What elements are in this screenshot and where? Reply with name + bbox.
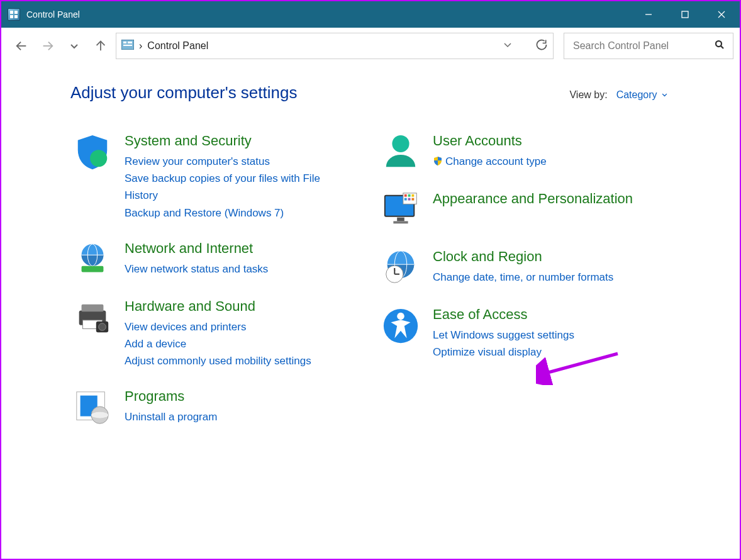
svg-rect-14: [123, 45, 132, 46]
category-link[interactable]: View network status and tasks: [125, 260, 268, 277]
category-title[interactable]: System and Security: [125, 133, 341, 149]
view-by-dropdown[interactable]: Category: [616, 89, 668, 101]
category-title[interactable]: Ease of Access: [433, 306, 574, 323]
category-link[interactable]: Backup and Restore (Windows 7): [125, 204, 341, 221]
svg-point-31: [392, 135, 409, 152]
svg-rect-37: [404, 194, 407, 197]
category-title[interactable]: Programs: [125, 388, 217, 405]
breadcrumb-separator: ›: [139, 40, 142, 52]
up-button[interactable]: [89, 35, 112, 57]
svg-point-26: [99, 323, 106, 330]
category-link[interactable]: Uninstall a program: [125, 408, 217, 425]
uac-shield-icon: [433, 154, 443, 164]
svg-rect-34: [397, 218, 404, 221]
printer-icon: [70, 298, 114, 370]
programs-icon: [70, 388, 114, 427]
category-link[interactable]: View devices and printers: [125, 318, 311, 335]
address-chevron-icon[interactable]: [503, 40, 513, 52]
search-input[interactable]: [572, 40, 714, 52]
category-link[interactable]: Adjust commonly used mobility settings: [125, 352, 311, 369]
svg-rect-3: [14, 15, 18, 18]
category-title[interactable]: User Accounts: [433, 133, 547, 149]
category-title[interactable]: Appearance and Personalization: [433, 191, 633, 207]
close-button[interactable]: [703, 1, 740, 28]
category-user-accounts: User Accounts Change account type: [379, 133, 649, 172]
search-box[interactable]: [564, 33, 733, 59]
svg-point-51: [397, 313, 404, 320]
svg-rect-35: [393, 221, 408, 223]
category-link[interactable]: Let Windows suggest settings: [433, 327, 574, 344]
category-system-security: System and Security Review your computer…: [70, 133, 341, 221]
svg-point-15: [716, 41, 722, 47]
category-link[interactable]: Add a device: [125, 335, 311, 352]
monitor-icon: [379, 191, 423, 230]
svg-rect-39: [411, 194, 414, 197]
clock-globe-icon: L: [379, 249, 423, 288]
forward-button[interactable]: [36, 35, 59, 57]
window-title: Control Panel: [26, 9, 80, 20]
svg-rect-42: [411, 198, 414, 201]
category-link[interactable]: Change account type: [433, 153, 547, 170]
category-appearance-personalization: Appearance and Personalization: [379, 191, 649, 230]
svg-rect-5: [682, 11, 688, 18]
svg-line-16: [721, 46, 723, 48]
svg-rect-40: [404, 198, 407, 201]
back-button[interactable]: [10, 35, 33, 57]
category-link[interactable]: Review your computer's status: [125, 153, 341, 170]
category-network-internet: Network and Internet View network status…: [70, 240, 341, 279]
svg-rect-23: [82, 304, 104, 311]
category-title[interactable]: Clock and Region: [433, 249, 613, 265]
svg-rect-38: [408, 194, 411, 197]
svg-rect-21: [82, 266, 104, 272]
svg-rect-13: [128, 42, 132, 43]
category-title[interactable]: Hardware and Sound: [125, 298, 311, 315]
nav-row: › Control Panel: [1, 28, 740, 64]
search-icon[interactable]: [714, 39, 725, 53]
svg-rect-41: [408, 198, 411, 201]
svg-rect-0: [10, 11, 13, 14]
category-clock-region: L Clock and Region Change date, time, or…: [379, 249, 649, 288]
category-title[interactable]: Network and Internet: [125, 240, 268, 257]
app-icon: [8, 8, 20, 21]
breadcrumb-location[interactable]: Control Panel: [147, 40, 208, 52]
accessibility-icon: [379, 306, 423, 361]
category-link[interactable]: Change date, time, or number formats: [433, 269, 613, 286]
svg-rect-12: [123, 42, 126, 43]
svg-point-17: [90, 150, 107, 167]
globe-icon: [70, 240, 114, 279]
category-programs: Programs Uninstall a program: [70, 388, 341, 427]
user-icon: [379, 133, 423, 172]
view-by-label: View by:: [569, 89, 607, 101]
address-bar[interactable]: › Control Panel: [116, 33, 554, 59]
category-link[interactable]: Optimize visual display: [433, 344, 574, 361]
category-ease-of-access: Ease of Access Let Windows suggest setti…: [379, 306, 649, 361]
svg-point-30: [91, 412, 108, 418]
minimize-button[interactable]: [630, 1, 667, 28]
category-hardware-sound: Hardware and Sound View devices and prin…: [70, 298, 341, 370]
maximize-button[interactable]: [667, 1, 703, 28]
page-title: Adjust your computer's settings: [70, 83, 297, 103]
control-panel-icon: [121, 40, 134, 52]
shield-icon: [70, 133, 114, 221]
svg-rect-2: [10, 15, 13, 18]
refresh-button[interactable]: [535, 38, 548, 53]
svg-rect-1: [14, 11, 18, 14]
category-link[interactable]: Save backup copies of your files with Fi…: [125, 170, 341, 204]
recent-chevron-icon[interactable]: [63, 35, 86, 57]
title-bar: Control Panel: [1, 1, 740, 28]
